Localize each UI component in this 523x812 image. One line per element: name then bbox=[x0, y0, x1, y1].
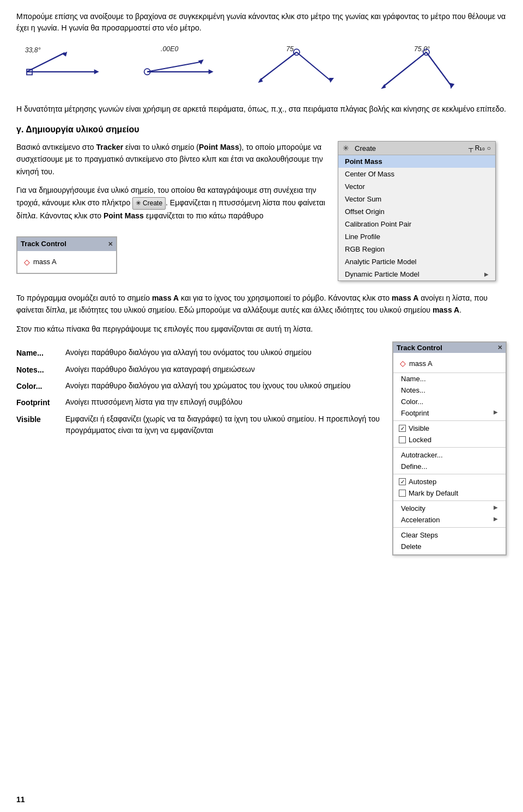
svg-line-14 bbox=[260, 52, 297, 81]
create-menu-item-point-mass[interactable]: Point Mass bbox=[338, 155, 495, 168]
create-menu-item-center-of-mass[interactable]: Center Of Mass bbox=[338, 168, 495, 180]
tc-menu-acceleration[interactable]: Acceleration ▶ bbox=[393, 514, 506, 526]
tc-menu-color[interactable]: Color... bbox=[393, 396, 506, 407]
svg-line-21 bbox=[427, 52, 451, 86]
tc-visible-label: Visible bbox=[409, 424, 429, 432]
tc-menu-name[interactable]: Name... bbox=[393, 373, 506, 384]
tc-divider-3 bbox=[393, 474, 506, 474]
tc-acceleration-label: Acceleration bbox=[401, 516, 440, 524]
tc-menu-autostep[interactable]: ✓ Autostep bbox=[393, 476, 506, 487]
tc-menu-footprint[interactable]: Footprint ▶ bbox=[393, 407, 506, 419]
diamond-icon-small: ◇ bbox=[24, 256, 30, 268]
def-desc-footprint: Ανοίγει πτυσσόμενη λίστα για την επιλογή… bbox=[65, 396, 381, 408]
def-term-name: Name... bbox=[16, 347, 65, 359]
def-term-notes: Notes... bbox=[16, 364, 65, 376]
svg-line-20 bbox=[384, 52, 427, 87]
tc-small-mass-item: ◇ mass A bbox=[22, 254, 112, 270]
tc-locked-label: Locked bbox=[409, 436, 431, 444]
create-menu-item-vector[interactable]: Vector bbox=[338, 180, 495, 193]
svg-marker-17 bbox=[329, 78, 334, 83]
create-menu-header-label: Create bbox=[355, 144, 376, 152]
create-menu-icon-t: ┬ R₁₀ ○ bbox=[469, 144, 491, 152]
tc-menu-visible[interactable]: ✓ Visible bbox=[393, 423, 506, 434]
def-desc-notes: Ανοίγει παράθυρο διαλόγου για καταγραφή … bbox=[65, 364, 381, 376]
def-row-name: Name... Ανοίγει παράθυρο διαλόγου για αλ… bbox=[16, 347, 381, 359]
tc-mark-default-label: Mark by Default bbox=[409, 489, 458, 497]
def-term-color: Color... bbox=[16, 380, 65, 392]
def-row-color: Color... Ανοίγει παράθυρο διαλόγου για α… bbox=[16, 380, 381, 392]
def-row-footprint: Footprint Ανοίγει πτυσσόμενη λίστα για τ… bbox=[16, 396, 381, 408]
tc-menu-autotracker[interactable]: Autotracker... bbox=[393, 449, 506, 461]
tc-menu-velocity[interactable]: Velocity ▶ bbox=[393, 503, 506, 514]
svg-text:.00E0: .00E0 bbox=[161, 45, 178, 53]
def-term-visible: Visible bbox=[16, 413, 65, 436]
tc-small-mass-label: mass A bbox=[33, 257, 57, 268]
tc-velocity-arrow: ▶ bbox=[494, 504, 498, 512]
tc-footprint-arrow: ▶ bbox=[494, 409, 498, 417]
angle-diagram-1: 33,8° bbox=[22, 44, 120, 93]
def-desc-visible: Εμφανίζει ή εξαφανίζει (χωρίς να τα διαγ… bbox=[65, 413, 381, 436]
angle-diagram-4: 75,0° bbox=[365, 44, 463, 93]
svg-line-9 bbox=[147, 62, 200, 72]
svg-text:33,8°: 33,8° bbox=[25, 46, 41, 54]
create-dropdown-menu: ✳ Create ┬ R₁₀ ○ Point Mass Center Of Ma… bbox=[338, 141, 496, 281]
tc-menu-locked[interactable]: Locked bbox=[393, 434, 506, 445]
create-menu-item-line-profile[interactable]: Line Profile bbox=[338, 230, 495, 243]
def-row-notes: Notes... Ανοίγει παράθυρο διαλόγου για κ… bbox=[16, 364, 381, 376]
create-menu-item-calibration[interactable]: Calibration Point Pair bbox=[338, 218, 495, 230]
section-g-text: Βασικό αντικείμενο στο Tracker είναι το … bbox=[16, 141, 327, 281]
tc-large-mass-header: ◇ mass A bbox=[393, 355, 506, 373]
create-menu-item-vector-sum[interactable]: Vector Sum bbox=[338, 193, 495, 205]
tc-visible-checkbox[interactable]: ✓ bbox=[399, 425, 406, 432]
angle-diagram-2: .00E0 bbox=[136, 44, 234, 93]
tc-acceleration-arrow: ▶ bbox=[494, 516, 498, 524]
track-control-small-window: Track Control ✕ ◇ mass A bbox=[16, 236, 117, 274]
def-desc-color: Ανοίγει παράθυρο διαλόγου για αλλαγή του… bbox=[65, 380, 381, 392]
intro-paragraph: Μπορούμε επίσης να ανοίξουμε το βραχίονα… bbox=[16, 11, 507, 34]
tc-menu-define[interactable]: Define... bbox=[393, 461, 506, 472]
tc-large-body: ◇ mass A Name... Notes... Color... Footp… bbox=[393, 353, 506, 554]
tc-locked-checkbox[interactable] bbox=[399, 436, 406, 443]
section-g-layout: Βασικό αντικείμενο στο Tracker είναι το … bbox=[16, 141, 507, 281]
angle-diagram-3: 75 bbox=[251, 44, 349, 93]
tc-autostep-checkbox[interactable]: ✓ bbox=[399, 478, 406, 485]
bottom-section: Το πρόγραμμα ονομάζει αυτό το σημείο mas… bbox=[16, 292, 507, 555]
bottom-para1: Το πρόγραμμα ονομάζει αυτό το σημείο mas… bbox=[16, 292, 507, 316]
create-star-icon: ✳ bbox=[343, 144, 349, 152]
angle-diagrams-row: 33,8° .00E0 bbox=[16, 44, 507, 93]
create-menu-item-offset-origin[interactable]: Offset Origin bbox=[338, 205, 495, 218]
svg-line-3 bbox=[27, 53, 65, 72]
create-menu-container: ✳ Create ┬ R₁₀ ○ Point Mass Center Of Ma… bbox=[338, 141, 507, 281]
tc-menu-mark-default[interactable]: Mark by Default bbox=[393, 487, 506, 499]
create-menu-item-rgb-region[interactable]: RGB Region bbox=[338, 243, 495, 255]
tc-small-body: ◇ mass A bbox=[17, 251, 116, 273]
tc-divider-1 bbox=[393, 420, 506, 421]
tc-large-mass-label: mass A bbox=[409, 359, 433, 368]
section-g-heading: γ. Δημιουργία υλικού σημείου bbox=[16, 125, 507, 135]
tc-menu-delete[interactable]: Delete bbox=[393, 541, 506, 552]
create-menu-item-analytic[interactable]: Analytic Particle Model bbox=[338, 255, 495, 268]
bottom-para2: Στον πιο κάτω πίνακα θα περιγράψουμε τις… bbox=[16, 323, 507, 335]
svg-line-15 bbox=[296, 52, 330, 81]
tc-footprint-label: Footprint bbox=[401, 409, 429, 417]
track-control-large-container: Track Control ✕ ◇ mass A Name... Notes..… bbox=[392, 341, 507, 555]
tc-menu-clear-steps[interactable]: Clear Steps bbox=[393, 529, 506, 541]
tc-small-close[interactable]: ✕ bbox=[108, 240, 113, 249]
caption-paragraph: Η δυνατότητα μέτρησης γωνιών είναι χρήσι… bbox=[16, 103, 507, 115]
tc-divider-2 bbox=[393, 447, 506, 448]
tc-divider-5 bbox=[393, 527, 506, 528]
def-term-footprint: Footprint bbox=[16, 396, 65, 408]
create-menu-header: ✳ Create ┬ R₁₀ ○ bbox=[338, 142, 495, 155]
create-menu-item-dynamic[interactable]: Dynamic Particle Model bbox=[338, 268, 495, 280]
tc-small-title: Track Control bbox=[21, 239, 66, 250]
def-desc-name: Ανοίγει παράθυρο διαλόγου για αλλαγή του… bbox=[65, 347, 381, 359]
svg-text:75,0°: 75,0° bbox=[414, 45, 430, 53]
tc-large-titlebar: Track Control ✕ bbox=[393, 343, 506, 353]
svg-marker-4 bbox=[94, 69, 99, 74]
create-button-inline[interactable]: ✳ Create bbox=[132, 197, 166, 210]
tc-small-titlebar: Track Control ✕ bbox=[17, 237, 116, 251]
tc-large-close[interactable]: ✕ bbox=[497, 344, 502, 351]
track-control-large-window: Track Control ✕ ◇ mass A Name... Notes..… bbox=[392, 341, 507, 555]
tc-mark-default-checkbox[interactable] bbox=[399, 490, 406, 497]
tc-menu-notes[interactable]: Notes... bbox=[393, 384, 506, 396]
